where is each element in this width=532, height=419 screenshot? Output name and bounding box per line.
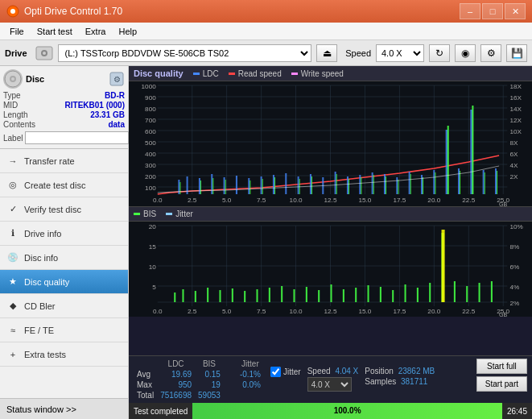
time-label: 26:45 — [502, 403, 532, 419]
svg-text:6%: 6% — [509, 263, 519, 271]
status-window-button[interactable]: Status window >> — [0, 398, 128, 419]
svg-rect-71 — [285, 173, 287, 194]
svg-rect-167 — [392, 290, 394, 302]
jitter-checkbox-area: Jitter — [270, 359, 301, 377]
sidebar-label-create-test-disc: Create test disc — [24, 180, 85, 190]
speed-dropdown[interactable]: 4.0 X — [307, 377, 352, 392]
svg-text:18X: 18X — [509, 83, 522, 90]
svg-rect-95 — [274, 177, 275, 194]
svg-rect-93 — [250, 180, 250, 194]
svg-rect-103 — [398, 180, 398, 194]
legend-jitter-dot — [166, 213, 172, 215]
svg-text:5.0: 5.0 — [222, 308, 232, 315]
legend-write-speed-label: Write speed — [301, 69, 344, 78]
svg-text:22.5: 22.5 — [462, 308, 475, 315]
svg-rect-99 — [348, 179, 349, 194]
position-area: Position 23862 MB Samples 381711 — [365, 359, 435, 386]
svg-rect-91 — [212, 178, 213, 194]
legend-write-speed-dot — [291, 73, 298, 75]
close-button[interactable]: ✕ — [505, 3, 526, 19]
sidebar-item-extra-tests[interactable]: + Extra tests — [0, 342, 128, 367]
chart2-header: BIS Jitter — [129, 206, 532, 222]
svg-text:GB: GB — [499, 201, 508, 206]
menu-help[interactable]: Help — [112, 25, 143, 38]
sidebar-item-verify-test-disc[interactable]: ✓ Verify test disc — [0, 197, 128, 222]
label-input[interactable] — [25, 131, 129, 144]
svg-rect-100 — [361, 177, 361, 194]
fe-te-icon: ≈ — [6, 324, 19, 337]
svg-rect-79 — [384, 174, 386, 194]
window-controls: – □ ✕ — [460, 3, 526, 19]
legend-jitter-label: Jitter — [175, 210, 193, 218]
disc-settings-icon: ⚙ — [109, 71, 125, 87]
sidebar-label-fe-te: FE / TE — [24, 326, 54, 335]
svg-text:600: 600 — [145, 128, 156, 135]
svg-rect-73 — [310, 174, 311, 194]
sidebar-item-disc-quality[interactable]: ★ Disc quality — [0, 270, 128, 294]
svg-rect-75 — [335, 172, 336, 194]
svg-rect-173 — [466, 286, 468, 302]
sidebar-label-disc-info: Disc info — [24, 253, 58, 263]
chart2-svg: 20 15 10 5 10% 8% 6% 4% 2% 0.0 2.5 5.0 7… — [129, 222, 532, 317]
sidebar-item-transfer-rate[interactable]: → Transfer rate — [0, 149, 128, 173]
speed-label: Speed — [345, 48, 371, 58]
speed-section: Speed 4.04 X — [307, 367, 359, 375]
svg-text:900: 900 — [145, 94, 156, 102]
sidebar-item-cd-bler[interactable]: ◆ CD Bler — [0, 294, 128, 318]
length-value: 23.31 GB — [90, 110, 125, 119]
total-ldc: 7516698 — [157, 390, 195, 400]
max-label: Max — [134, 380, 157, 390]
svg-rect-169 — [417, 288, 419, 302]
svg-rect-80 — [396, 177, 398, 194]
svg-text:800: 800 — [145, 106, 156, 113]
jitter-label[interactable]: Jitter — [270, 367, 301, 377]
svg-rect-66 — [224, 177, 225, 194]
config1-button[interactable]: ◉ — [455, 44, 476, 62]
svg-rect-64 — [199, 178, 200, 194]
menu-file[interactable]: File — [3, 25, 31, 38]
minimize-button[interactable]: – — [460, 3, 480, 19]
svg-rect-62 — [178, 180, 179, 194]
drive-select[interactable]: (L:) TSSTcorp BDDVDW SE-506CB TS02 — [58, 44, 312, 62]
svg-rect-72 — [298, 176, 299, 194]
save-button[interactable]: 💾 — [506, 44, 527, 62]
jitter-checkbox[interactable] — [270, 367, 281, 377]
svg-rect-82 — [421, 175, 423, 194]
sidebar-item-disc-info[interactable]: 💿 Disc info — [0, 246, 128, 270]
samples-row: Samples 381711 — [365, 377, 435, 386]
max-bis: 19 — [195, 380, 224, 390]
maximize-button[interactable]: □ — [482, 3, 503, 19]
status-window-label: Status window >> — [6, 404, 76, 414]
speed-select[interactable]: 4.0 X 2.0 X 8.0 X — [376, 44, 424, 62]
drive-icon — [35, 44, 53, 62]
total-label: Total — [134, 390, 157, 400]
start-full-button[interactable]: Start full — [476, 359, 527, 374]
contents-label: Contents — [3, 120, 35, 129]
sidebar-label-extra-tests: Extra tests — [24, 350, 66, 359]
eject-button[interactable]: ⏏ — [316, 44, 337, 62]
svg-text:7.5: 7.5 — [257, 197, 266, 204]
stats-table: LDC BIS Jitter Avg 19.69 0.15 -0.1% Max — [134, 359, 264, 400]
sidebar-item-drive-info[interactable]: ℹ Drive info — [0, 222, 128, 246]
svg-rect-161 — [318, 290, 320, 302]
svg-text:GB: GB — [499, 312, 508, 317]
svg-rect-153 — [219, 290, 221, 302]
sidebar-item-create-test-disc[interactable]: ◎ Create test disc — [0, 173, 128, 197]
config2-button[interactable]: ⚙ — [480, 44, 501, 62]
start-part-button[interactable]: Start part — [476, 376, 527, 392]
svg-rect-163 — [343, 289, 344, 302]
avg-jitter: -0.1% — [237, 369, 264, 380]
svg-text:⚙: ⚙ — [113, 75, 121, 84]
svg-rect-76 — [347, 176, 348, 194]
menu-extra[interactable]: Extra — [79, 25, 113, 38]
speed-value: 4.04 X — [335, 367, 358, 375]
menu-start-test[interactable]: Start test — [31, 25, 79, 38]
svg-rect-170 — [429, 283, 431, 302]
svg-rect-68 — [248, 178, 250, 194]
refresh-button[interactable]: ↻ — [429, 44, 450, 62]
svg-text:0.0: 0.0 — [153, 308, 163, 315]
sidebar-item-fe-te[interactable]: ≈ FE / TE — [0, 318, 128, 342]
total-bis: 59053 — [195, 390, 224, 400]
svg-text:5.0: 5.0 — [222, 197, 232, 204]
svg-point-1 — [10, 9, 15, 14]
